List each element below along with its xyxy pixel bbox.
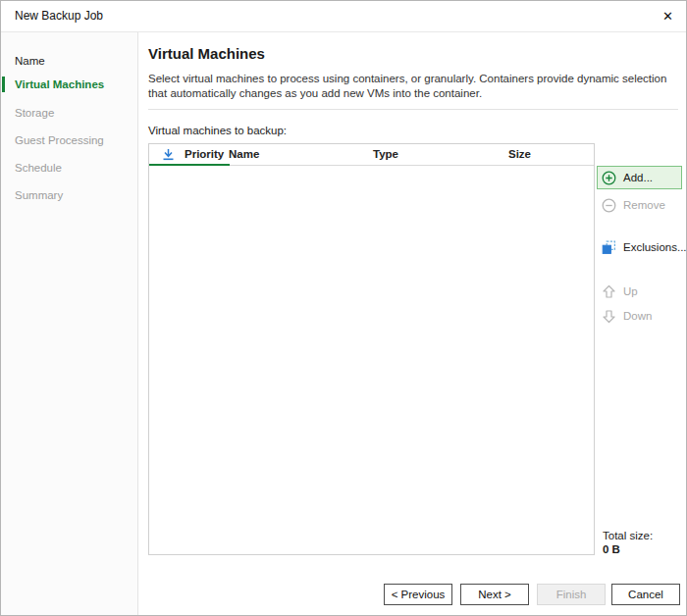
total-size-value: 0 B <box>603 542 653 556</box>
sidebar-item-guest-processing: Guest Processing <box>1 130 137 150</box>
total-size-label: Total size: <box>603 529 653 542</box>
up-button-label: Up <box>623 285 638 297</box>
sidebar-item-summary: Summary <box>1 185 137 205</box>
add-button[interactable]: Add... <box>597 166 682 189</box>
vm-list-label: Virtual machines to backup: <box>148 125 287 136</box>
next-button[interactable]: Next > <box>460 584 529 605</box>
remove-button: Remove <box>597 194 682 216</box>
column-header-priority[interactable]: Priority <box>185 144 224 165</box>
close-icon[interactable]: ✕ <box>662 1 673 31</box>
vm-table-empty-body[interactable] <box>149 166 594 554</box>
main-panel: Virtual Machines Select virtual machines… <box>138 32 686 615</box>
vm-table: Priority Name Type Size <box>148 143 595 555</box>
vm-table-header: Priority Name Type Size <box>149 144 594 166</box>
exclusions-squares-icon <box>602 240 616 255</box>
cancel-button[interactable]: Cancel <box>611 584 680 605</box>
down-button: Down <box>597 305 682 327</box>
priority-sort-icon[interactable] <box>162 148 175 161</box>
remove-button-label: Remove <box>623 199 665 211</box>
up-button: Up <box>597 281 682 302</box>
section-divider <box>148 109 678 110</box>
column-header-type[interactable]: Type <box>373 144 398 165</box>
sidebar-item-virtual-machines[interactable]: Virtual Machines <box>1 75 137 94</box>
dialog-body: Name Virtual Machines Storage Guest Proc… <box>1 32 686 615</box>
title-bar: New Backup Job ✕ <box>1 1 686 32</box>
column-header-size[interactable]: Size <box>508 144 531 165</box>
total-size: Total size: 0 B <box>603 529 653 556</box>
previous-button[interactable]: < Previous <box>384 584 452 605</box>
down-button-label: Down <box>623 310 652 322</box>
column-header-name[interactable]: Name <box>229 144 259 165</box>
sidebar-item-schedule: Schedule <box>1 158 137 178</box>
window-title: New Backup Job <box>15 1 103 31</box>
sidebar-item-name[interactable]: Name <box>1 51 137 71</box>
page-description: Select virtual machines to process using… <box>148 72 678 101</box>
page-title: Virtual Machines <box>148 45 265 62</box>
sidebar-item-storage: Storage <box>1 103 137 123</box>
new-backup-job-dialog: New Backup Job ✕ Name Virtual Machines S… <box>0 0 687 616</box>
add-button-label: Add... <box>623 172 653 183</box>
circle-plus-icon <box>602 171 616 185</box>
circle-minus-icon <box>602 198 616 213</box>
exclusions-button-label: Exclusions... <box>623 241 687 253</box>
exclusions-button[interactable]: Exclusions... <box>597 236 682 258</box>
wizard-steps-sidebar: Name Virtual Machines Storage Guest Proc… <box>1 32 138 615</box>
arrow-up-icon <box>602 284 616 299</box>
finish-button: Finish <box>537 584 606 605</box>
arrow-down-icon <box>602 309 616 324</box>
